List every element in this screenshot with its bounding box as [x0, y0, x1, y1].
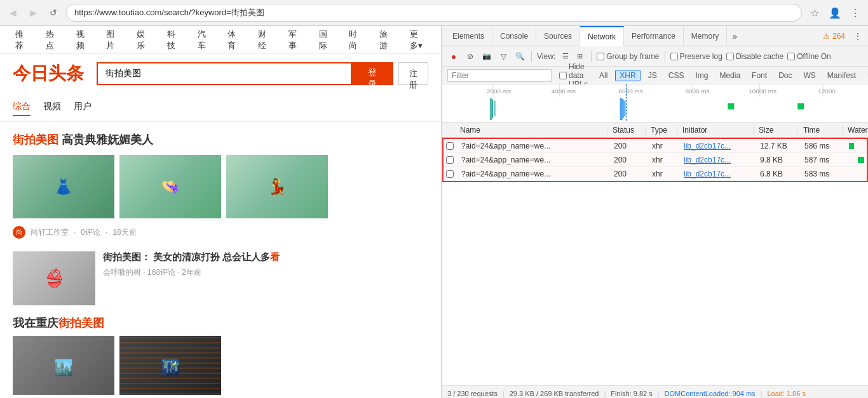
table-row-2[interactable]: ?aid=24&app_name=we... 200 xhr lib_d2cb1… [444, 153, 867, 167]
tab-video[interactable]: 视频 [43, 98, 61, 116]
preserve-log-label[interactable]: Preserve log [670, 52, 722, 61]
forward-button[interactable]: ▶ [25, 5, 41, 20]
article-1-thumb-3: 💃 [226, 155, 328, 218]
filter-img[interactable]: Img [691, 70, 712, 81]
search-input[interactable] [97, 62, 352, 85]
svg-text:2000 ms: 2000 ms [487, 88, 511, 95]
filter-ws[interactable]: WS [799, 70, 819, 81]
tab-comprehensive[interactable]: 综合 [13, 98, 31, 116]
article-3-title[interactable]: 我在重庆街拍美图 [13, 315, 428, 331]
timeline-area: 2000 ms 4000 ms 6000 ms 8000 ms 10000 ms… [442, 84, 868, 123]
article-3-thumb-2: 🌃 [119, 336, 221, 395]
col-header-name[interactable]: Name [455, 126, 607, 135]
nav-item-finance[interactable]: 财经 [255, 29, 273, 51]
nav-item-video[interactable]: 视频 [74, 29, 92, 51]
article-2-meta: 会呼吸的树 · 168评论 · 2年前 [103, 267, 428, 278]
offline-label[interactable]: Offline On [787, 52, 831, 61]
nav-item-recommend[interactable]: 推荐 [13, 29, 31, 51]
col-header-type[interactable]: Type [646, 126, 677, 135]
offline-checkbox[interactable] [787, 53, 795, 60]
svg-text:10000 ms: 10000 ms [749, 88, 776, 95]
website-panel: 推荐 热点 视频 图片 娱乐 科技 汽车 体育 财经 军事 国际 时尚 旅游 更… [0, 26, 442, 398]
nav-item-tech[interactable]: 科技 [165, 29, 182, 51]
tab-users[interactable]: 用户 [74, 98, 92, 116]
filter-manifest[interactable]: Manifest [824, 70, 860, 81]
svg-rect-19 [728, 103, 734, 110]
login-button[interactable]: 登录 [351, 62, 393, 85]
col-header-waterfall[interactable]: Waterfall [843, 126, 868, 135]
svg-text:12000: 12000 [818, 88, 836, 95]
col-header-time[interactable]: Time [798, 126, 843, 135]
svg-rect-15 [494, 101, 496, 117]
nav-item-entertainment[interactable]: 娱乐 [134, 29, 152, 51]
filter-all[interactable]: All [595, 70, 611, 81]
tab-performance[interactable]: Performance [624, 26, 684, 46]
search-network-button[interactable]: 🔍 [513, 50, 526, 63]
disable-cache-checkbox[interactable] [726, 53, 734, 60]
tab-console[interactable]: Console [492, 26, 536, 46]
svg-rect-18 [624, 101, 626, 117]
hide-data-urls-checkbox[interactable] [559, 72, 567, 79]
network-table-container: Name Status Type Initiator Size Time Wat… [442, 123, 868, 385]
browser-menu-button[interactable]: ⋮ [848, 5, 863, 20]
nav-item-military[interactable]: 军事 [286, 29, 304, 51]
search-tabs: 综合 视频 用户 [0, 93, 441, 122]
table-row-1[interactable]: ?aid=24&app_name=we... 200 xhr lib_d2cb1… [444, 139, 867, 153]
account-button[interactable]: 👤 [827, 5, 843, 20]
article-1-thumb-1: 👗 [13, 155, 114, 218]
status-finish: Finish: 9.82 s [611, 390, 652, 397]
group-by-frame-checkbox[interactable] [597, 53, 604, 60]
filter-media[interactable]: Media [715, 70, 744, 81]
view-list-button[interactable]: ☰ [559, 50, 572, 63]
camera-button[interactable]: 📷 [480, 50, 493, 63]
nav-item-fashion[interactable]: 时尚 [346, 29, 364, 51]
address-bar[interactable] [66, 4, 802, 22]
filter-input[interactable] [447, 69, 552, 82]
col-header-status[interactable]: Status [607, 126, 646, 135]
svg-rect-13 [490, 98, 492, 120]
col-header-initiator[interactable]: Initiator [677, 126, 754, 135]
waterfall-dot-1 [849, 143, 854, 149]
site-navbar: 推荐 热点 视频 图片 娱乐 科技 汽车 体育 财经 军事 国际 时尚 旅游 更… [0, 26, 441, 54]
filter-doc[interactable]: Doc [775, 70, 796, 81]
devtools-filter-row: Hide data URLs All XHR JS CSS Img Media … [442, 67, 868, 84]
filter-js[interactable]: JS [644, 70, 661, 81]
devtools-menu-button[interactable]: ⋮ [850, 26, 865, 46]
tab-memory[interactable]: Memory [684, 26, 727, 46]
col-header-size[interactable]: Size [754, 126, 798, 135]
back-button[interactable]: ◀ [5, 5, 20, 20]
filter-xhr[interactable]: XHR [615, 70, 640, 81]
table-header: Name Status Type Initiator Size Time Wat… [442, 123, 868, 138]
filter-font[interactable]: Font [748, 70, 771, 81]
preserve-log-checkbox[interactable] [670, 53, 678, 60]
record-button[interactable]: ● [447, 50, 460, 63]
svg-rect-16 [620, 98, 623, 120]
refresh-button[interactable]: ↺ [46, 5, 61, 20]
article-1-title[interactable]: 街拍美图 高贵典雅妩媚美人 [13, 132, 428, 147]
group-by-frame-label[interactable]: Group by frame [597, 52, 659, 61]
table-row-3[interactable]: ?aid=24&app_name=we... 200 xhr lib_d2cb1… [444, 167, 867, 181]
devtools-warning: ⚠ 264 [818, 32, 850, 41]
nav-item-photo[interactable]: 图片 [104, 29, 121, 51]
nav-item-international[interactable]: 国际 [316, 29, 334, 51]
disable-cache-label[interactable]: Disable cache [726, 52, 783, 61]
status-load: Load: 1.06 s [767, 390, 806, 397]
tab-elements[interactable]: Elements [445, 26, 492, 46]
filter-css[interactable]: CSS [665, 70, 688, 81]
register-button[interactable]: 注册 [398, 62, 428, 85]
article-2-title[interactable]: 街拍美图： 美女的清凉打扮 总会让人多看 [103, 251, 428, 263]
nav-item-sports[interactable]: 体育 [225, 29, 243, 51]
view-grid-button[interactable]: ⊞ [573, 50, 586, 63]
stop-button[interactable]: ⊘ [464, 50, 477, 63]
nav-item-travel[interactable]: 旅游 [377, 29, 395, 51]
nav-item-more[interactable]: 更多▾ [407, 29, 428, 51]
filter-button[interactable]: ▽ [497, 50, 510, 63]
nav-item-auto[interactable]: 汽车 [195, 29, 213, 51]
filter-other[interactable]: Other [864, 70, 868, 81]
bookmark-button[interactable]: ☆ [807, 5, 822, 20]
nav-item-hot[interactable]: 热点 [43, 29, 61, 51]
tab-network[interactable]: Network [580, 26, 624, 46]
tab-sources[interactable]: Sources [536, 26, 580, 46]
tab-more-button[interactable]: » [727, 31, 742, 41]
devtools-toolbar: ● ⊘ 📷 ▽ 🔍 View: ☰ ⊞ Group by frame Prese… [442, 46, 868, 67]
